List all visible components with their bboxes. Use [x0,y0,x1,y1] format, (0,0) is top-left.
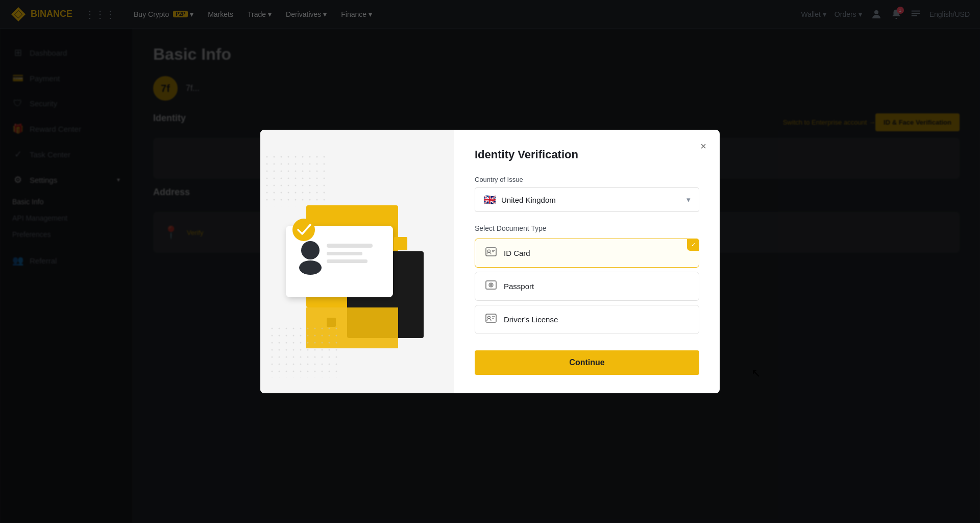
passport-icon [485,280,497,292]
dot-pattern-top-left [265,155,327,206]
drivers-license-icon [485,314,497,325]
svg-point-16 [299,260,322,275]
modal-illustration-panel [260,130,454,393]
country-select-dropdown[interactable]: 🇬🇧 United Kingdom ▾ [475,187,699,212]
modal-right-panel: × Identity Verification Country of Issue… [454,130,720,393]
selected-checkmark: ✓ [687,239,699,251]
svg-rect-17 [327,244,373,248]
continue-button[interactable]: Continue [475,350,699,375]
chevron-down-icon: ▾ [687,195,691,204]
doc-option-id-card-label: ID Card [504,249,530,257]
modal-overlay: × Identity Verification Country of Issue… [0,0,980,523]
doc-option-drivers-license-label: Driver's License [504,315,558,324]
country-select-value: 🇬🇧 United Kingdom [483,194,556,206]
svg-rect-11 [271,327,342,378]
country-name: United Kingdom [501,196,556,204]
svg-point-32 [488,316,491,319]
country-label: Country of Issue [475,176,699,183]
id-card-icon [485,247,497,259]
doc-option-passport-label: Passport [504,282,534,291]
uk-flag: 🇬🇧 [483,194,496,206]
svg-rect-31 [486,314,496,322]
svg-rect-18 [327,252,362,255]
identity-verification-modal: × Identity Verification Country of Issue… [260,130,720,393]
svg-rect-24 [486,248,496,256]
modal-close-button[interactable]: × [695,138,712,154]
svg-point-25 [488,250,491,252]
svg-rect-9 [265,155,327,206]
doc-option-drivers-license[interactable]: Driver's License [475,305,699,334]
doc-option-id-card[interactable]: ID Card ✓ [475,239,699,268]
svg-rect-21 [394,237,407,250]
svg-rect-19 [327,259,368,263]
dot-pattern-bottom-left [271,327,342,378]
svg-point-15 [301,241,320,259]
doc-option-passport[interactable]: Passport [475,272,699,301]
svg-point-20 [292,219,315,241]
modal-title: Identity Verification [475,148,699,161]
document-type-options: ID Card ✓ Passport [475,239,699,334]
doc-type-label: Select Document Type [475,224,699,232]
